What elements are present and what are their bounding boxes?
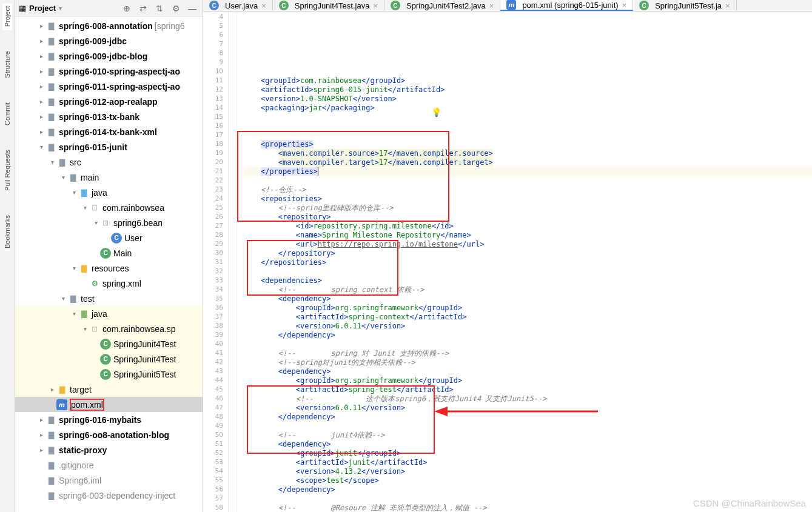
tree-arrow[interactable] bbox=[37, 83, 45, 90]
code-line[interactable]: <id>repository.spring.milestone</id> bbox=[243, 222, 812, 231]
editor[interactable]: 4567891011121314151617181920212223242526… bbox=[203, 12, 812, 512]
code-line[interactable]: <dependency> bbox=[243, 367, 812, 376]
code-line[interactable]: <artifactId>spring6-015-junit</artifactI… bbox=[243, 85, 812, 95]
code-line[interactable]: </dependency> bbox=[243, 331, 812, 340]
tree-arrow[interactable] bbox=[37, 447, 45, 453]
code-line[interactable]: <artifactId>spring-context</artifactId> bbox=[243, 313, 812, 322]
code-line[interactable]: <!-- 这个版本spring6，既支持Junit4 又支持Junit5--> bbox=[243, 394, 812, 404]
code-line[interactable]: <!--仓库--> bbox=[243, 185, 812, 194]
collapse-icon[interactable]: ⇅ bbox=[153, 2, 166, 15]
code-line[interactable]: <!-- spring 对 Junit 支持的依赖--> bbox=[243, 349, 812, 358]
code-line[interactable]: <groupId>com.rainbowsea</groupId> bbox=[243, 76, 812, 85]
code-line[interactable]: <!--spring里程碑版本的仓库--> bbox=[243, 204, 812, 213]
tree-row[interactable]: CUser bbox=[15, 230, 203, 245]
tree-row[interactable]: ▇spring6-008-annotation [spring6 bbox=[15, 18, 203, 33]
code-line[interactable]: <version>1.0-SNAPSHOT</version> bbox=[243, 95, 812, 104]
project-dropdown[interactable]: ▾ bbox=[59, 5, 62, 12]
side-tab-bookmarks[interactable]: Bookmarks bbox=[2, 212, 12, 251]
tree-row[interactable]: ▇spring6-016-mybaits bbox=[15, 412, 203, 427]
side-tab-structure[interactable]: Structure bbox=[2, 48, 12, 81]
code-line[interactable]: </dependency> bbox=[243, 485, 812, 494]
tree-arrow[interactable] bbox=[48, 386, 56, 393]
code-line[interactable] bbox=[243, 267, 812, 276]
tree-row[interactable]: CSpringJunit5Test bbox=[15, 367, 203, 382]
code-line[interactable]: <version>6.0.11</version> bbox=[243, 404, 812, 413]
tree-row[interactable]: CMain bbox=[15, 245, 203, 261]
tree-arrow[interactable] bbox=[59, 295, 67, 302]
tree-row[interactable]: ▇spring6-012-aop-realapp bbox=[15, 94, 203, 109]
code-line[interactable] bbox=[243, 422, 812, 431]
tree-row[interactable]: ▇spring6-009-jdbc-blog bbox=[15, 48, 203, 64]
tree-arrow[interactable] bbox=[70, 265, 78, 271]
tree-arrow[interactable] bbox=[37, 68, 45, 75]
tree-row[interactable]: ▇src bbox=[15, 155, 203, 170]
code-line[interactable]: <maven.compiler.target>17</maven.compile… bbox=[243, 158, 812, 167]
tree-row[interactable]: ▇Spring6.iml bbox=[15, 473, 203, 488]
code-line[interactable]: </repository> bbox=[243, 249, 812, 258]
tree-row[interactable]: CSpringJunit4Test bbox=[15, 351, 203, 367]
tree-row[interactable]: ▇spring6-oo8-anotation-blog bbox=[15, 427, 203, 442]
code-line[interactable] bbox=[243, 176, 812, 185]
code-line[interactable]: <version>6.0.11</version> bbox=[243, 322, 812, 331]
code-line[interactable]: </dependency> bbox=[243, 413, 812, 422]
code-line[interactable]: <version>4.13.2</version> bbox=[243, 467, 812, 476]
code-line[interactable] bbox=[243, 113, 812, 122]
code-line[interactable]: <groupId>org.springframework</groupId> bbox=[243, 376, 812, 385]
tree-row[interactable]: ⊡spring6.bean bbox=[15, 215, 203, 230]
code-line[interactable]: <url>https://repo.spring.io/milestone</u… bbox=[243, 240, 812, 249]
tree-arrow[interactable] bbox=[37, 431, 45, 438]
close-icon[interactable]: × bbox=[261, 1, 266, 10]
tree-row[interactable]: ▇spring6-010-spring-aspectj-ao bbox=[15, 64, 203, 79]
tree-row[interactable]: ⊡com.rainbowsea.sp bbox=[15, 321, 203, 336]
tree-arrow[interactable] bbox=[70, 189, 78, 196]
code-line[interactable]: <!-- spring context 依赖--> bbox=[243, 285, 812, 294]
close-icon[interactable]: × bbox=[373, 1, 378, 10]
code-line[interactable]: <dependency> bbox=[243, 294, 812, 304]
tree-row[interactable]: ▇spring6-003-dependency-inject bbox=[15, 488, 203, 503]
code-line[interactable]: <artifactId>junit</artifactId> bbox=[243, 458, 812, 467]
tree-row[interactable]: ▇.gitignore bbox=[15, 457, 203, 473]
tree-arrow[interactable] bbox=[70, 310, 78, 317]
tree-arrow[interactable] bbox=[59, 174, 67, 181]
code-line[interactable] bbox=[243, 340, 812, 349]
tree-arrow[interactable] bbox=[92, 219, 100, 226]
tree-arrow[interactable] bbox=[37, 113, 45, 120]
tree-row[interactable]: ▇spring6-015-junit bbox=[15, 139, 203, 155]
code-line[interactable]: <groupId>org.springframework</groupId> bbox=[243, 304, 812, 313]
tree-row[interactable]: ▇spring6-013-tx-bank bbox=[15, 109, 203, 124]
code-line[interactable]: <properties> bbox=[243, 140, 812, 149]
tree-arrow[interactable] bbox=[37, 53, 45, 59]
tree-row[interactable]: ▇resources bbox=[15, 261, 203, 276]
tree-row[interactable]: ⊡com.rainbowsea bbox=[15, 200, 203, 215]
tree-row[interactable]: ▇static-proxy bbox=[15, 442, 203, 457]
code-line[interactable]: <repositories> bbox=[243, 194, 812, 204]
tree-arrow[interactable] bbox=[81, 204, 89, 211]
tree-row[interactable]: mpom.xml bbox=[15, 397, 203, 412]
expand-icon[interactable]: ⇄ bbox=[136, 2, 150, 15]
editor-tab[interactable]: CUser.java× bbox=[203, 0, 273, 11]
editor-tab[interactable]: CSpringJunit4Test2.java× bbox=[384, 0, 500, 11]
tree-arrow[interactable] bbox=[37, 128, 45, 135]
code-line[interactable]: </properties> bbox=[243, 167, 812, 176]
editor-tab[interactable]: CSpringJunit5Test.ja× bbox=[633, 0, 736, 11]
code-line[interactable]: <maven.compiler.source>17</maven.compile… bbox=[243, 149, 812, 158]
code-line[interactable]: <groupId>junit</groupId> bbox=[243, 449, 812, 458]
tree-row[interactable]: ▇spring6-009-jdbc bbox=[15, 33, 203, 48]
tree-arrow[interactable] bbox=[37, 22, 45, 29]
tree-row[interactable]: ▇java bbox=[15, 306, 203, 321]
code-line[interactable]: <!--spring对junit的支持相关依赖--> bbox=[243, 358, 812, 367]
hide-icon[interactable]: — bbox=[186, 2, 199, 15]
locate-icon[interactable]: ⊕ bbox=[120, 2, 133, 15]
tree-row[interactable]: ▇spring6-014-tx-bank-xml bbox=[15, 124, 203, 139]
close-icon[interactable]: × bbox=[489, 1, 494, 10]
tree-arrow[interactable] bbox=[37, 98, 45, 105]
code-line[interactable]: <dependencies> bbox=[243, 276, 812, 285]
side-tab-project[interactable]: Project bbox=[2, 3, 12, 30]
project-tree[interactable]: ▇spring6-008-annotation [spring6▇spring6… bbox=[15, 17, 203, 512]
tree-row[interactable]: ▇main bbox=[15, 170, 203, 185]
tree-row[interactable]: ▇java bbox=[15, 185, 203, 200]
settings-icon[interactable]: ⚙ bbox=[169, 2, 183, 15]
tree-row[interactable]: ▇test bbox=[15, 291, 203, 306]
code-line[interactable] bbox=[243, 131, 812, 140]
tree-row[interactable]: CSpringJunit4Test bbox=[15, 336, 203, 351]
